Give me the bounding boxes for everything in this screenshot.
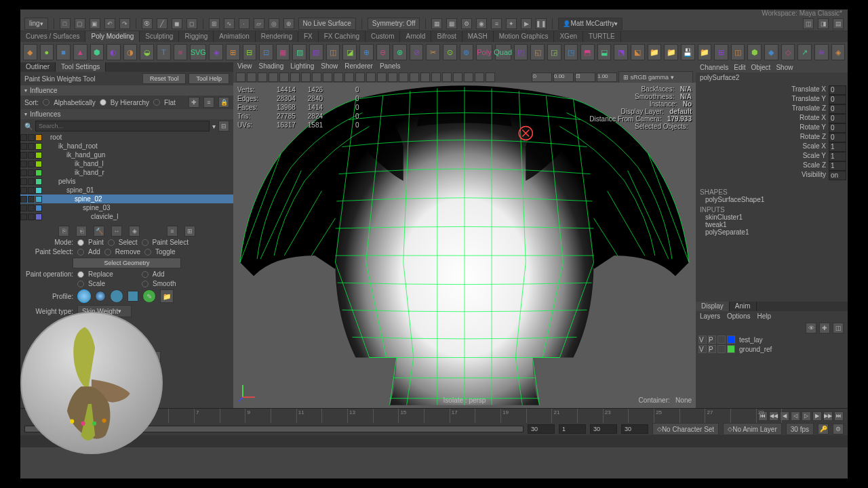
layer-row[interactable]: VPground_ref — [696, 344, 848, 354]
shelf-tab[interactable]: XGen — [554, 31, 583, 42]
step-fwd-key-icon[interactable]: ▶▶ — [823, 411, 833, 421]
brush-solid[interactable] — [110, 289, 123, 303]
shelf-item[interactable]: ⬕ — [631, 44, 645, 60]
paste-weights-icon[interactable]: ⎗ — [76, 226, 87, 237]
render-settings-icon[interactable]: ⚙ — [461, 18, 472, 29]
live-surface-dropdown[interactable]: No Live Surface — [298, 18, 356, 30]
animlayer-dropdown[interactable]: ◇ No Anim Layer — [723, 423, 782, 435]
shelf-tab[interactable]: FX — [298, 31, 319, 42]
shelf-item[interactable]: ⬢ — [747, 44, 762, 60]
light-icon[interactable]: ✦ — [506, 18, 517, 29]
vp-tool-icon[interactable] — [399, 73, 408, 82]
pick-influence-icon[interactable]: ✚ — [189, 97, 199, 108]
snap-toggle-icon[interactable]: ⊕ — [283, 18, 294, 29]
vp-menu-item[interactable]: Panels — [380, 62, 401, 72]
copy-weights-icon[interactable]: ⎘ — [58, 226, 69, 237]
step-fwd-icon[interactable]: ▶ — [812, 411, 822, 421]
brush-custom[interactable]: ✎ — [142, 289, 156, 303]
ch-menu-item[interactable]: Object — [751, 64, 771, 71]
pause-icon[interactable]: ❚❚ — [536, 18, 547, 29]
shelf-item[interactable]: ◈ — [209, 44, 223, 60]
select-geometry-button[interactable]: Select Geometry — [73, 258, 181, 268]
shelf-item[interactable]: 📁 — [648, 44, 662, 60]
shelf-item[interactable]: ⊕ — [359, 44, 374, 60]
shelf-item[interactable]: ◱ — [530, 44, 545, 60]
op-smooth-radio[interactable] — [142, 281, 149, 287]
sort-flat-radio[interactable] — [153, 99, 160, 106]
vp-tool-icon[interactable] — [366, 73, 376, 82]
filter-icon[interactable]: ⊟ — [218, 121, 229, 131]
shelf-item[interactable]: ⊙ — [443, 44, 457, 60]
grid-view-icon[interactable]: ⊞ — [184, 226, 195, 237]
sort-hierarchy-radio[interactable] — [100, 99, 106, 106]
vp-tool-icon[interactable] — [420, 73, 430, 82]
shelf-item[interactable]: ⊗ — [393, 44, 407, 60]
shelf-tab[interactable]: Sculpting — [140, 31, 179, 42]
select-obj-icon[interactable]: ◻ — [186, 18, 197, 29]
shelf-item[interactable]: ⊞ — [714, 44, 728, 60]
shelf-item[interactable]: 📁 — [664, 44, 678, 60]
shelf-item[interactable]: 💾 — [681, 44, 695, 60]
tree-row[interactable]: ik_hand_root — [20, 142, 233, 150]
select-edge-icon[interactable]: ╱ — [157, 18, 167, 29]
snap-point-icon[interactable]: · — [239, 18, 250, 29]
file-new-icon[interactable]: □ — [60, 18, 71, 29]
shelf-item[interactable]: ⊟ — [243, 44, 257, 60]
vp-tool-icon[interactable] — [410, 73, 419, 82]
goto-end-icon[interactable]: ⏭ — [834, 411, 844, 421]
vp-tool-icon[interactable] — [236, 73, 245, 82]
shelf-item[interactable]: SVG — [190, 44, 206, 60]
vp-tool-icon[interactable] — [247, 73, 256, 82]
shelf-item[interactable]: Poly — [476, 44, 492, 60]
shelf-item[interactable]: ◑ — [123, 44, 138, 60]
vp-tool-icon[interactable] — [377, 73, 387, 82]
autokey-icon[interactable]: 🔑 — [818, 424, 829, 434]
shelf-item[interactable]: ⊘ — [410, 44, 424, 60]
vp-tool-icon[interactable] — [486, 73, 495, 82]
vp-menu-item[interactable]: Renderer — [344, 62, 373, 72]
shelf-tab[interactable]: Arnold — [400, 31, 431, 42]
tree-row[interactable]: spine_01 — [20, 186, 233, 195]
shelf-item[interactable]: ▦ — [276, 44, 290, 60]
lock-icon[interactable]: 🔒 — [218, 97, 229, 108]
shelf-item[interactable]: ⊡ — [259, 44, 273, 60]
influence-search-input[interactable] — [35, 121, 210, 131]
shelf-tab[interactable]: Rigging — [179, 31, 214, 42]
op-replace-radio[interactable] — [77, 271, 84, 278]
snap-plane-icon[interactable]: ▱ — [254, 18, 264, 29]
shelf-item[interactable]: ◲ — [547, 44, 561, 60]
vp-tool-icon[interactable] — [388, 73, 397, 82]
account-dropdown[interactable]: 👤 Matt McCarthy ▾ — [558, 18, 623, 30]
symmetry-dropdown[interactable]: Symmetry: Off — [368, 18, 420, 30]
shelf-tab[interactable]: Curves / Surfaces — [20, 31, 85, 42]
move-weights-icon[interactable]: ↔ — [111, 226, 122, 237]
shelf-item[interactable]: ■ — [56, 44, 71, 60]
tree-row[interactable]: ik_hand_gun — [20, 150, 233, 159]
brush-browse[interactable]: 📁 — [160, 289, 174, 303]
vp-menu-item[interactable]: Lighting — [290, 62, 314, 72]
op-add-radio[interactable] — [142, 271, 149, 278]
shelf-tab[interactable]: Bifrost — [431, 31, 462, 42]
vp-tool-icon[interactable] — [464, 73, 473, 82]
file-save-icon[interactable]: ▣ — [90, 18, 100, 29]
layer-add-icon[interactable]: ✚ — [819, 323, 830, 333]
color-mgmt-dropdown[interactable]: ⊞ sRGB gamma ▾ — [618, 71, 693, 83]
layer-eye-icon[interactable]: 👁 — [806, 323, 816, 333]
vp-tool-icon[interactable] — [290, 73, 300, 82]
shelf-item[interactable]: ✂ — [426, 44, 440, 60]
shelf-item[interactable]: ◫ — [731, 44, 745, 60]
sort-alpha-radio[interactable] — [43, 99, 50, 106]
vp-tool-icon[interactable] — [279, 73, 289, 82]
shelf-item[interactable]: ⊖ — [376, 44, 391, 60]
mode-select-radio[interactable] — [108, 239, 115, 246]
redo-icon[interactable]: ↷ — [119, 18, 130, 29]
tree-row[interactable]: pelvis — [20, 177, 233, 186]
shelf-item[interactable]: ◳ — [564, 44, 578, 60]
vp-tool-icon[interactable] — [431, 73, 441, 82]
shelf-item[interactable]: ◒ — [140, 44, 154, 60]
op-scale-radio[interactable] — [77, 281, 84, 287]
tree-row[interactable]: ik_hand_l — [20, 159, 233, 168]
undo-icon[interactable]: ↶ — [104, 18, 115, 29]
render-icon[interactable]: ▦ — [431, 18, 442, 29]
snap-live-icon[interactable]: ◎ — [269, 18, 279, 29]
